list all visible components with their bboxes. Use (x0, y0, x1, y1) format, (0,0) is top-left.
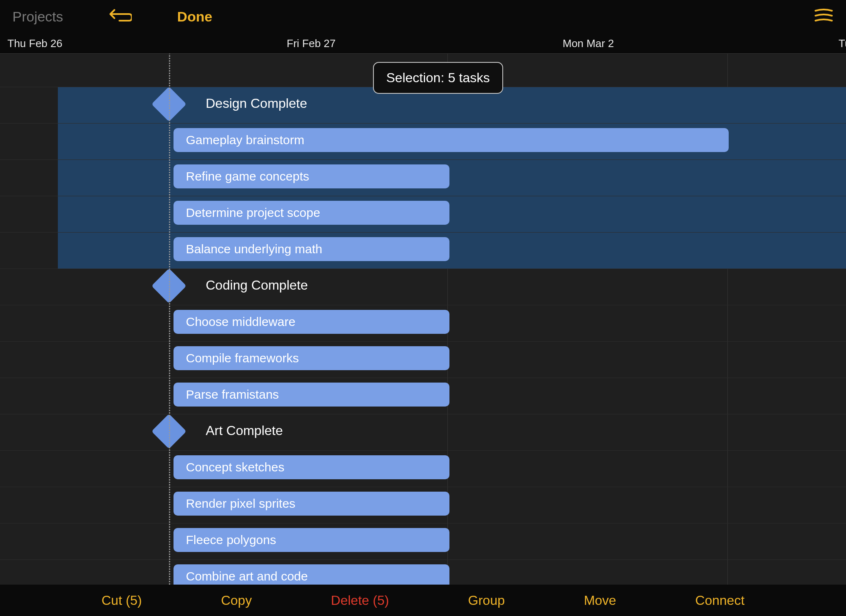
task-bar[interactable]: Balance underlying math (173, 237, 449, 261)
done-button[interactable]: Done (177, 9, 212, 25)
task-label: Refine game concepts (186, 169, 309, 183)
task-label: Balance underlying math (186, 242, 322, 256)
row-divider (0, 159, 846, 160)
task-bar[interactable]: Choose middleware (173, 310, 449, 334)
date-label: Fri Feb 27 (287, 37, 336, 50)
row-divider (0, 523, 846, 523)
milestone-label[interactable]: Coding Complete (206, 278, 308, 293)
move-button[interactable]: Move (584, 593, 616, 608)
task-bar[interactable]: Fleece polygons (173, 528, 449, 552)
milestone-label[interactable]: Design Complete (206, 96, 307, 111)
connect-button[interactable]: Connect (695, 593, 744, 608)
task-label: Concept sketches (186, 460, 284, 474)
task-label: Parse framistans (186, 388, 279, 402)
task-label: Determine project scope (186, 206, 320, 220)
row-divider (0, 269, 846, 269)
row-divider (0, 123, 846, 124)
task-bar[interactable]: Gameplay brainstorm (173, 128, 729, 152)
group-button[interactable]: Group (468, 593, 505, 608)
milestone-label[interactable]: Art Complete (206, 423, 283, 438)
top-navbar: Projects Done (0, 0, 846, 33)
cut-button[interactable]: Cut (5) (102, 593, 142, 608)
task-bar[interactable]: Refine game concepts (173, 164, 449, 188)
copy-button[interactable]: Copy (221, 593, 252, 608)
task-bar[interactable]: Parse framistans (173, 383, 449, 407)
task-bar[interactable]: Compile frameworks (173, 346, 449, 370)
undo-icon (109, 8, 132, 25)
task-label: Fleece polygons (186, 533, 276, 547)
row-divider (0, 196, 846, 196)
row-divider (0, 341, 846, 342)
playhead-line[interactable] (169, 54, 170, 587)
row-divider (0, 414, 846, 414)
row-divider (0, 450, 846, 451)
task-label: Compile frameworks (186, 351, 299, 365)
selection-tooltip: Selection: 5 tasks (373, 62, 503, 94)
date-label: Thu Feb 26 (7, 37, 62, 50)
task-bar[interactable]: Combine art and code (173, 564, 449, 587)
row-divider (0, 487, 846, 487)
date-label: Tu (839, 37, 846, 50)
delete-button[interactable]: Delete (5) (331, 593, 389, 608)
date-label: Mon Mar 2 (563, 37, 614, 50)
projects-button[interactable]: Projects (12, 9, 63, 25)
row-divider (0, 232, 846, 233)
date-header: Thu Feb 26 Fri Feb 27 Mon Mar 2 Tu (0, 33, 846, 54)
task-label: Combine art and code (186, 569, 308, 583)
stacked-lines-icon (814, 7, 834, 24)
row-divider (0, 305, 846, 305)
undo-button[interactable] (109, 8, 132, 25)
task-bar[interactable]: Render pixel sprites (173, 492, 449, 516)
task-label: Gameplay brainstorm (186, 133, 304, 147)
task-label: Choose middleware (186, 315, 295, 329)
task-label: Render pixel sprites (186, 497, 295, 511)
menu-button[interactable] (814, 7, 834, 26)
row-divider (0, 378, 846, 378)
timeline-canvas[interactable]: Selection: 5 tasks Design Complete Gamep… (0, 54, 846, 587)
task-bar[interactable]: Concept sketches (173, 455, 449, 479)
task-bar[interactable]: Determine project scope (173, 201, 449, 225)
row-divider (0, 559, 846, 560)
bottom-action-bar: Cut (5) Copy Delete (5) Group Move Conne… (0, 585, 846, 616)
